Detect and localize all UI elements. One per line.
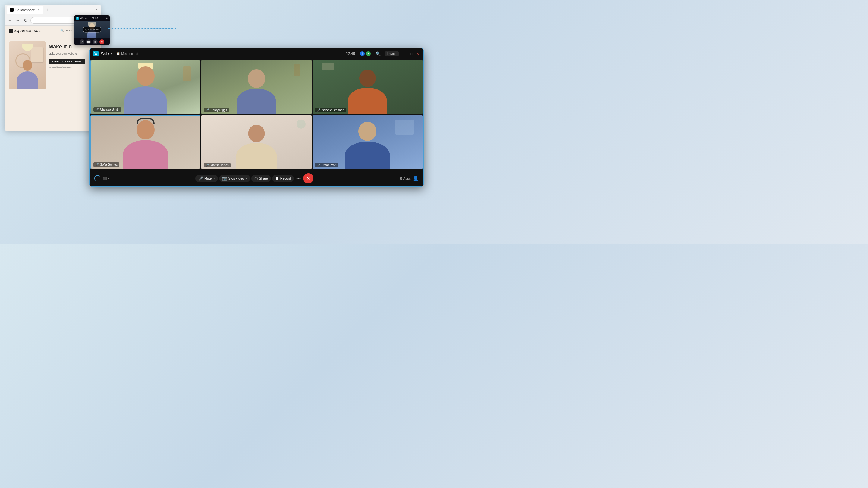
browser-maximize-button[interactable]: □ xyxy=(89,8,93,12)
video-cell-henry: 🎤 Henry Riggs xyxy=(201,60,311,114)
shelf-clarissa xyxy=(183,66,191,82)
apps-icon: ⊞ xyxy=(399,176,402,181)
video-bg-5 xyxy=(201,115,311,170)
browser-window-controls: — □ ✕ xyxy=(84,8,98,12)
layout-button[interactable]: Layout xyxy=(385,51,399,56)
video-bg-6 xyxy=(313,115,423,170)
sofia-name: Sofia Gomez xyxy=(100,163,118,166)
captions-button[interactable]: ⬛ ▾ xyxy=(103,176,110,181)
captions-icon: ⬛ xyxy=(103,176,107,181)
apps-label: Apps xyxy=(403,176,411,180)
mic-icon-clarissa: 🎤 xyxy=(95,108,99,111)
mute-chevron: ▾ xyxy=(213,177,215,180)
main-minimize-button[interactable]: — xyxy=(404,52,408,56)
record-label: Record xyxy=(280,176,291,180)
plant-marise xyxy=(297,120,306,129)
forward-button[interactable]: → xyxy=(15,18,21,23)
video-chevron: ▾ xyxy=(246,177,247,180)
mute-icon: 🎤 xyxy=(198,176,203,181)
search-icon[interactable]: 🔍 xyxy=(375,51,381,56)
webex-logo-main: W xyxy=(93,51,98,56)
dashed-connector xyxy=(108,28,176,84)
apps-button[interactable]: ⊞ Apps xyxy=(399,176,411,181)
toolbar-right: ⊞ Apps 👤 xyxy=(399,175,418,181)
toolbar-center: 🎤 Mute ▾ 📷 Stop video ▾ ⬡ Share ⏺ Record… xyxy=(195,173,313,184)
headphone-sofia xyxy=(136,118,155,124)
model-photo xyxy=(17,60,38,90)
video-bg-2 xyxy=(201,60,311,114)
clarissa-name: Clarissa Smith xyxy=(100,108,119,111)
new-tab-button[interactable]: + xyxy=(46,7,49,13)
end-call-icon: ✕ xyxy=(307,176,310,181)
mini-end-button[interactable]: ✕ xyxy=(99,39,104,44)
share-button[interactable]: ⬡ Share xyxy=(251,175,271,182)
search-icon: 🔍 xyxy=(60,29,64,32)
mini-mic-button[interactable]: 🎤 xyxy=(80,39,84,44)
person-icon: 👤 xyxy=(412,176,418,181)
maximize-icon: ⊡ xyxy=(85,28,87,31)
mini-webex-controls: 🎤 ⬜ ⊞ ✕ xyxy=(74,38,110,45)
marise-name: Marise Torres xyxy=(210,164,228,167)
browser-titlebar: Squarespace ✕ + — □ ✕ xyxy=(4,4,101,15)
mute-label: Mute xyxy=(204,176,212,180)
mini-webex-close-button[interactable]: ∧ xyxy=(106,17,108,20)
henry-name: Henry Riggs xyxy=(210,108,227,112)
shelf-henry xyxy=(293,64,300,76)
mini-webex-title: W Webex | 02:30 xyxy=(76,17,98,20)
mute-button[interactable]: 🎤 Mute ▾ xyxy=(195,175,218,182)
status-indicators: i ● xyxy=(360,51,371,56)
person-sofia xyxy=(123,120,168,169)
umar-name: Umar Patel xyxy=(321,164,337,167)
hero-image xyxy=(9,41,45,90)
end-call-button[interactable]: ✕ xyxy=(303,173,313,184)
isabelle-name: Isabelle Brennan xyxy=(321,108,344,112)
name-label-isabelle: 🎤 Isabelle Brennan xyxy=(315,108,346,112)
squarespace-favicon xyxy=(10,8,13,12)
address-bar[interactable] xyxy=(30,17,78,24)
squarespace-logo: SQUARESPACE xyxy=(9,29,41,33)
mini-video-button[interactable]: ⊞ xyxy=(93,39,98,44)
name-label-umar: 🎤 Umar Patel xyxy=(315,163,338,167)
mic-icon-umar: 🎤 xyxy=(317,164,320,167)
mic-icon-marise: 🎤 xyxy=(206,164,209,167)
main-close-button[interactable]: ✕ xyxy=(415,52,420,56)
person-isabelle xyxy=(348,70,387,114)
participants-button[interactable]: 👤 xyxy=(412,175,418,181)
share-icon: ⬡ xyxy=(254,176,258,181)
squarespace-logo-text: SQUARESPACE xyxy=(14,29,41,33)
activity-spinner xyxy=(94,175,101,182)
indicator-blue: i xyxy=(360,51,365,56)
record-button[interactable]: ⏺ Record xyxy=(272,175,294,182)
mini-webex-titlebar: W Webex | 02:30 ∧ xyxy=(74,15,110,21)
meeting-time: 12:40 xyxy=(346,52,355,56)
maximize-button[interactable]: ⊡ Maximize xyxy=(83,27,101,33)
main-webex-window-controls: — □ ✕ xyxy=(404,52,420,56)
stop-video-label: Stop video xyxy=(228,176,244,180)
squarespace-hero: Make it b Make your own website. START A… xyxy=(4,36,101,131)
record-icon: ⏺ xyxy=(275,176,279,181)
mic-icon-henry: 🎤 xyxy=(206,108,209,112)
browser-close-button[interactable]: ✕ xyxy=(94,8,98,12)
video-cell-sofia: 🎤 Sofia Gomez xyxy=(90,115,200,170)
person-marise xyxy=(236,125,277,169)
mini-webex-time: 02:30 xyxy=(92,17,98,20)
browser-minimize-button[interactable]: — xyxy=(84,8,88,12)
captions-chevron: ▾ xyxy=(108,177,110,180)
cta-button[interactable]: START A FREE TRIAL xyxy=(49,59,85,64)
video-cell-marise: 🎤 Marise Torres xyxy=(201,115,311,170)
mini-screen-button[interactable]: ⬜ xyxy=(86,39,91,44)
stop-video-button[interactable]: 📷 Stop video ▾ xyxy=(219,175,250,182)
main-maximize-button[interactable]: □ xyxy=(410,52,414,56)
mic-icon-isabelle: 🎤 xyxy=(317,108,320,112)
more-options-button[interactable]: ••• xyxy=(295,176,302,181)
mini-webex-title-text: Webex xyxy=(80,17,88,20)
toolbar-left: ⬛ ▾ xyxy=(94,175,110,182)
tab-close-button[interactable]: ✕ xyxy=(37,8,40,12)
refresh-button[interactable]: ↻ xyxy=(23,18,29,23)
browser-tab[interactable]: Squarespace ✕ xyxy=(7,6,43,14)
indicator-green: ● xyxy=(366,51,371,56)
name-label-sofia: 🎤 Sofia Gomez xyxy=(93,162,119,167)
person-umar xyxy=(345,122,390,169)
back-button[interactable]: ← xyxy=(7,18,13,23)
tab-label: Squarespace xyxy=(16,8,35,12)
